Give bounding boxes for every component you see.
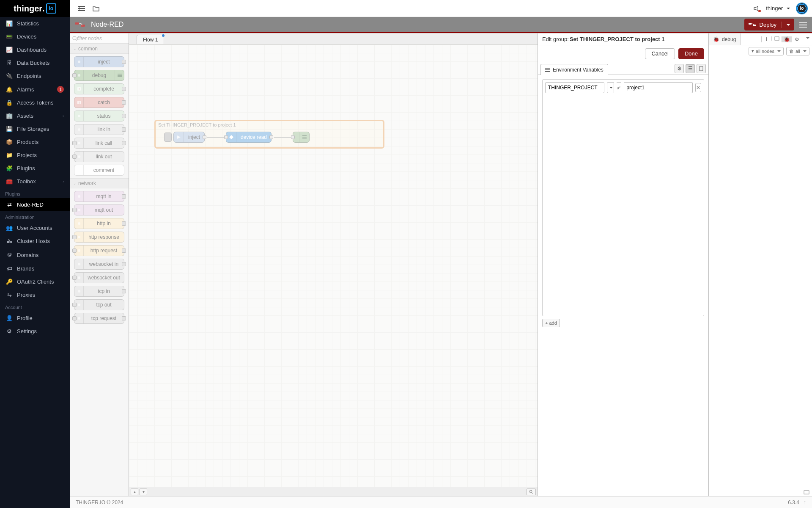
folder-icon[interactable] (93, 5, 99, 12)
collapse-sidebar-icon[interactable] (78, 5, 85, 12)
avatar[interactable]: io (796, 3, 808, 14)
deploy-dropdown-icon[interactable] (782, 22, 790, 28)
help-icon[interactable] (771, 36, 782, 41)
nav-down-icon[interactable]: ▾ (140, 489, 147, 495)
announcements-icon[interactable] (753, 5, 760, 12)
env-vars-tab[interactable]: Environment Variables (540, 64, 608, 75)
sidebar-item-toolbox[interactable]: 🧰Toolbox› (0, 175, 70, 188)
sidebar-item-icon: 📟 (6, 33, 13, 40)
palette-node-tcp-in[interactable]: tcp in (74, 286, 124, 297)
sidebar-item-access-tokens[interactable]: 🔒Access Tokens (0, 96, 70, 109)
sidebar-item-projects[interactable]: 📁Projects (0, 149, 70, 162)
palette-node-icon (74, 273, 84, 283)
svg-rect-39 (302, 138, 307, 139)
settings-icon[interactable]: ⚙ (675, 64, 684, 73)
sidebar-item-products[interactable]: 📦Products (0, 135, 70, 149)
node-group[interactable]: Set THINGER_PROJECT to project 1 inject (155, 121, 384, 148)
sidebar-item-file-storages[interactable]: 💾File Storages (0, 122, 70, 135)
sidebar-item-oauth2-clients[interactable]: 🔑OAuth2 Clients (0, 275, 70, 288)
palette-node-inject[interactable]: inject (74, 56, 124, 67)
zoom-search-icon[interactable] (527, 489, 536, 495)
sidebar-item-dashboards[interactable]: 📈Dashboards (0, 43, 70, 56)
nav-up-icon[interactable]: ▴ (131, 489, 138, 495)
debug-filter-dropdown[interactable]: ▾ all nodes (749, 47, 784, 55)
sidebar-item-statistics[interactable]: 📊Statistics (0, 17, 70, 30)
palette-node-comment[interactable]: comment (74, 165, 124, 176)
palette-search[interactable] (70, 33, 129, 44)
palette-node-http-in[interactable]: http in (74, 218, 124, 229)
add-env-button[interactable]: + add (542, 319, 560, 327)
sidebar-item-data-buckets[interactable]: 🗄Data Buckets (0, 56, 70, 69)
sidebar-item-node-red[interactable]: ⇄Node-RED (0, 198, 70, 211)
sidebar-item-devices[interactable]: 📟Devices (0, 30, 70, 43)
json-view-icon[interactable] (697, 64, 706, 73)
flow-canvas[interactable]: Set THINGER_PROJECT to project 1 inject (129, 44, 538, 487)
inject-trigger-button[interactable] (164, 133, 172, 142)
palette-node-catch[interactable]: !catch (74, 97, 124, 108)
sidebar-item-user-accounts[interactable]: 👥User Accounts (0, 221, 70, 235)
palette-node-link-out[interactable]: link out (74, 151, 124, 162)
palette-node-link-in[interactable]: link in (74, 124, 124, 135)
palette-node-websocket-out[interactable]: websocket out (74, 272, 124, 283)
cancel-button[interactable]: Cancel (645, 48, 675, 59)
svg-point-11 (73, 36, 76, 40)
palette-node-icon (74, 313, 84, 323)
palette-search-input[interactable] (77, 36, 126, 41)
edit-panel-title: Edit group: Set THINGER_PROJECT to proje… (538, 33, 708, 45)
edit-panel: Edit group: Set THINGER_PROJECT to proje… (538, 33, 708, 496)
sidebar-item-plugins[interactable]: 🧩Plugins (0, 162, 70, 175)
delete-row-button[interactable]: ✕ (695, 83, 701, 92)
debug-tab[interactable]: 🐞 debug (709, 33, 741, 45)
palette-node-mqtt-out[interactable]: mqtt out (74, 204, 124, 215)
palette-node-status[interactable]: status (74, 110, 124, 121)
sidebar-item-settings[interactable]: ⚙Settings (0, 325, 70, 338)
palette-node-websocket-in[interactable]: websocket in (74, 259, 124, 270)
palette-node-icon (74, 286, 84, 296)
sidebar-item-brands[interactable]: 🏷Brands (0, 262, 70, 275)
palette-node-mqtt-in[interactable]: mqtt in (74, 191, 124, 202)
inject-node[interactable]: inject (173, 132, 205, 143)
expand-panel-icon[interactable] (804, 489, 809, 495)
sidebar-item-endpoints[interactable]: 🔌Endpoints (0, 69, 70, 83)
config-icon[interactable]: ⚙ (792, 36, 802, 42)
debug-icon[interactable]: 🐞 (782, 36, 792, 42)
debug-node[interactable] (293, 132, 310, 143)
sidebar-item-assets[interactable]: 🏢Assets› (0, 109, 70, 122)
palette-category[interactable]: ⌄common (70, 44, 129, 54)
env-name-input[interactable] (545, 82, 604, 93)
list-view-icon[interactable]: ☰ (686, 64, 695, 73)
sidebar-group-account: Account (0, 301, 70, 312)
sidebar-item-domains[interactable]: ＠Domains (0, 248, 70, 262)
svg-point-36 (78, 317, 80, 320)
svg-point-34 (78, 290, 80, 293)
user-menu[interactable]: thinger (766, 5, 790, 11)
sidebar-item-profile[interactable]: 👤Profile (0, 312, 70, 325)
sidebar-item-icon: 🗄 (6, 60, 13, 66)
done-button[interactable]: Done (678, 48, 704, 59)
menu-icon[interactable] (799, 21, 807, 28)
svg-point-32 (78, 263, 80, 265)
palette-category[interactable]: ⌄network (70, 178, 129, 188)
palette-node-icon (74, 205, 84, 215)
scroll-top-icon[interactable]: ↑ (804, 500, 806, 505)
deploy-button[interactable]: Deploy (744, 19, 794, 30)
palette-node-link-call[interactable]: link call (74, 138, 124, 149)
palette-node-http-request[interactable]: http request (74, 245, 124, 256)
sidebar-menu-icon[interactable] (802, 36, 812, 40)
svg-line-41 (532, 493, 533, 494)
palette-node-http-response[interactable]: http response (74, 232, 124, 243)
env-type-dropdown[interactable] (607, 82, 614, 93)
flow-tab[interactable]: Flow 1 (137, 35, 164, 44)
env-value-input[interactable] (624, 82, 693, 93)
device-read-node[interactable]: device read (226, 132, 272, 143)
sidebar-item-alarms[interactable]: 🔔Alarms1 (0, 83, 70, 96)
sidebar-item-cluster-hosts[interactable]: 🖧Cluster Hosts (0, 235, 70, 248)
palette-node-complete[interactable]: !complete (74, 83, 124, 94)
sidebar-item-proxies[interactable]: ⇆Proxies (0, 288, 70, 301)
palette-node-tcp-out[interactable]: tcp out (74, 299, 124, 310)
info-icon[interactable]: i (761, 36, 771, 42)
debug-clear-button[interactable]: 🗑 all (786, 47, 809, 55)
canvas-footer: ▴ ▾ (129, 487, 538, 496)
palette-node-tcp-request[interactable]: tcp request (74, 313, 124, 324)
palette-node-debug[interactable]: debug (74, 70, 124, 81)
